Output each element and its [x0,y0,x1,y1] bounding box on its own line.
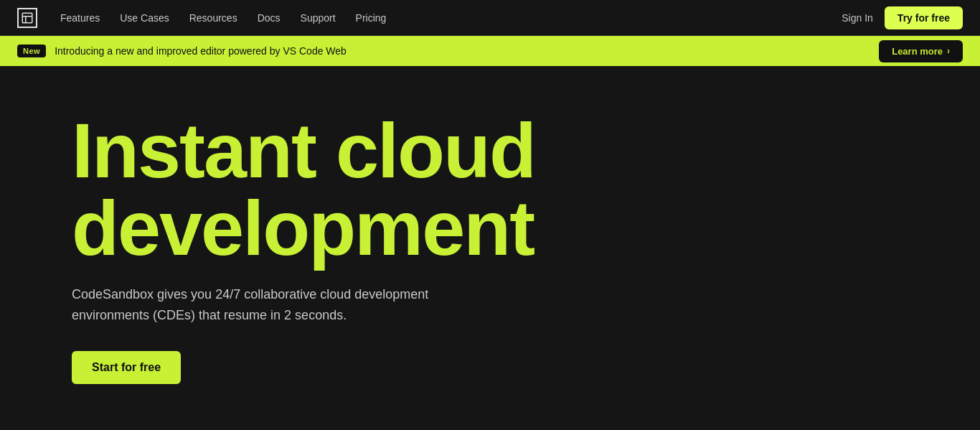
chevron-right-icon: › [947,46,950,56]
svg-rect-0 [22,13,32,23]
navbar: Features Use Cases Resources Docs Suppor… [0,0,980,36]
hero-subtitle: CodeSandbox gives you 24/7 collaborative… [72,284,466,326]
hero-title-line2: development [72,184,534,271]
learn-more-button[interactable]: Learn more › [879,40,963,62]
banner-left: New Introducing a new and improved edito… [17,45,347,57]
nav-item-pricing[interactable]: Pricing [356,11,387,24]
hero-title: Instant cloud development [72,112,963,267]
try-for-free-button[interactable]: Try for free [885,6,963,29]
nav-item-resources[interactable]: Resources [189,11,237,24]
nav-item-support[interactable]: Support [301,11,336,24]
navbar-right: Sign In Try for free [842,6,963,29]
nav-link-docs[interactable]: Docs [258,12,281,24]
hero-section: Instant cloud development CodeSandbox gi… [0,66,980,430]
nav-link-support[interactable]: Support [301,12,336,24]
nav-link-use-cases[interactable]: Use Cases [120,12,169,24]
announcement-banner: New Introducing a new and improved edito… [0,36,980,66]
nav-item-docs[interactable]: Docs [258,11,281,24]
sign-in-button[interactable]: Sign In [842,12,873,24]
hero-title-line1: Instant cloud [72,107,535,194]
logo-icon[interactable] [17,8,37,28]
nav-links: Features Use Cases Resources Docs Suppor… [60,11,386,24]
nav-link-features[interactable]: Features [60,12,100,24]
navbar-left: Features Use Cases Resources Docs Suppor… [17,8,386,28]
nav-item-use-cases[interactable]: Use Cases [120,11,169,24]
nav-item-features[interactable]: Features [60,11,100,24]
nav-link-pricing[interactable]: Pricing [356,12,387,24]
nav-link-resources[interactable]: Resources [189,12,237,24]
start-for-free-button[interactable]: Start for free [72,351,181,384]
learn-more-label: Learn more [892,46,943,57]
new-badge: New [17,45,46,57]
banner-message: Introducing a new and improved editor po… [55,45,347,57]
